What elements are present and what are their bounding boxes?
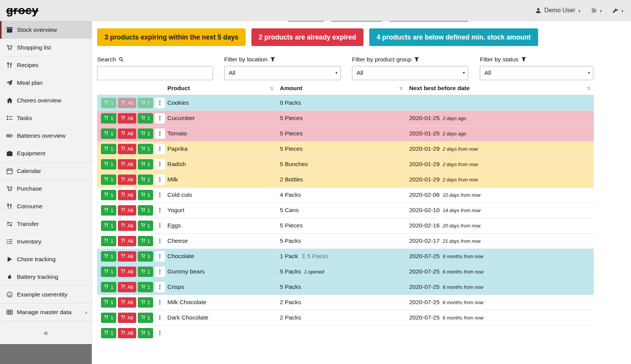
add-to-shopping-list-button[interactable]: 1	[138, 221, 153, 231]
sidebar-collapse-button[interactable]: «	[0, 321, 92, 344]
consume-all-button[interactable]: All	[118, 313, 136, 323]
row-menu-button[interactable]: ⋮	[155, 328, 165, 338]
row-menu-button[interactable]: ⋮	[155, 267, 165, 277]
sidebar-item-example-userentity[interactable]: Example userentity	[0, 286, 92, 303]
consume-all-button[interactable]: All	[118, 113, 136, 124]
consume-all-button[interactable]: All	[118, 251, 136, 262]
add-to-shopping-list-button[interactable]: 1	[138, 98, 153, 108]
sort-icon[interactable]: ⇅	[270, 86, 274, 91]
sidebar-item-chores-overview[interactable]: Chores overview	[0, 92, 92, 109]
consume-one-button[interactable]: 1	[101, 267, 116, 277]
banner-danger[interactable]: 2 products are already expired	[251, 28, 363, 46]
sidebar-item-transfer[interactable]: Transfer	[0, 215, 92, 233]
row-menu-button[interactable]: ⋮	[155, 282, 165, 292]
row-menu-button[interactable]: ⋮	[155, 175, 165, 185]
row-menu-button[interactable]: ⋮	[155, 190, 165, 200]
sidebar-item-consume[interactable]: Consume	[0, 198, 92, 215]
sidebar-item-calendar[interactable]: Calendar	[0, 162, 92, 180]
consume-one-button[interactable]: 1	[101, 297, 116, 308]
consume-one-button[interactable]: 1	[101, 144, 116, 154]
row-menu-button[interactable]: ⋮	[155, 144, 165, 154]
consume-one-button[interactable]: 1	[101, 328, 116, 338]
consume-all-button[interactable]: All	[118, 328, 136, 338]
add-to-shopping-list-button[interactable]: 1	[138, 113, 153, 124]
consume-one-button[interactable]: 1	[101, 159, 116, 170]
consume-one-button[interactable]: 1	[101, 128, 116, 139]
row-menu-button[interactable]: ⋮	[155, 221, 165, 231]
consume-all-button[interactable]: All	[118, 175, 136, 185]
consume-one-button[interactable]: 1	[101, 98, 116, 108]
user-menu[interactable]: Demo User ›	[535, 7, 580, 14]
consume-one-button[interactable]: 1	[101, 113, 116, 124]
add-to-shopping-list-button[interactable]: 1	[138, 205, 153, 216]
consume-all-button[interactable]: All	[118, 144, 136, 154]
consume-all-button[interactable]: All	[118, 221, 136, 231]
add-to-shopping-list-button[interactable]: 1	[138, 190, 153, 200]
consume-one-button[interactable]: 1	[101, 205, 116, 216]
consume-all-button[interactable]: All	[118, 128, 136, 139]
banner-info[interactable]: 4 products are below defined min. stock …	[369, 28, 538, 46]
sidebar-item-batteries-overview[interactable]: Batteries overview	[0, 127, 92, 145]
sort-icon[interactable]: ⇅	[587, 86, 591, 91]
sort-icon[interactable]: ⇅	[399, 86, 403, 91]
row-menu-button[interactable]: ⋮	[155, 113, 165, 124]
add-to-shopping-list-button[interactable]: 1	[138, 144, 153, 154]
admin-menu[interactable]: ›	[613, 7, 623, 14]
button-label: 1	[147, 161, 150, 167]
consume-one-button[interactable]: 1	[101, 282, 116, 292]
consume-all-button[interactable]: All	[118, 282, 136, 292]
column-amount[interactable]: Amount⇅	[277, 83, 406, 95]
add-to-shopping-list-button[interactable]: 1	[138, 175, 153, 185]
sidebar-item-shopping-list[interactable]: Shopping list	[0, 39, 92, 56]
column-product[interactable]: Product⇅	[164, 83, 277, 95]
add-to-shopping-list-button[interactable]: 1	[138, 236, 153, 246]
consume-all-button[interactable]: All	[118, 236, 136, 246]
row-menu-button[interactable]: ⋮	[155, 159, 165, 170]
product-group-select[interactable]: All ▼	[352, 66, 468, 80]
sidebar-item-battery-tracking[interactable]: Battery tracking	[0, 268, 92, 286]
row-menu-button[interactable]: ⋮	[155, 313, 165, 323]
sidebar-item-tasks[interactable]: Tasks	[0, 109, 92, 127]
add-to-shopping-list-button[interactable]: 1	[138, 267, 153, 277]
sidebar-item-manage-master-data[interactable]: Manage master data›	[0, 303, 92, 321]
consume-all-button[interactable]: All	[118, 297, 136, 308]
sidebar-item-inventory[interactable]: Inventory	[0, 233, 92, 250]
consume-all-button[interactable]: All	[118, 205, 136, 216]
sidebar-item-chore-tracking[interactable]: Chore tracking	[0, 250, 92, 268]
banner-warning[interactable]: 3 products expiring within the next 5 da…	[97, 28, 246, 46]
row-menu-button[interactable]: ⋮	[155, 297, 165, 308]
settings-menu[interactable]: ›	[591, 7, 602, 14]
consume-all-button[interactable]: All	[118, 190, 136, 200]
consume-one-button[interactable]: 1	[101, 236, 116, 246]
consume-one-button[interactable]: 1	[101, 221, 116, 231]
consume-one-button[interactable]: 1	[101, 175, 116, 185]
consume-one-button[interactable]: 1	[101, 251, 116, 262]
add-to-shopping-list-button[interactable]: 1	[138, 251, 153, 262]
consume-all-button[interactable]: All	[118, 159, 136, 170]
consume-all-button[interactable]: All	[118, 98, 136, 108]
add-to-shopping-list-button[interactable]: 1	[138, 328, 153, 338]
status-select[interactable]: All ▼	[480, 66, 593, 80]
add-to-shopping-list-button[interactable]: 1	[138, 128, 153, 139]
sidebar-item-purchase[interactable]: Purchase	[0, 180, 92, 198]
column-next-best-before-date[interactable]: Next best before date⇅	[406, 83, 594, 95]
consume-all-button[interactable]: All	[118, 267, 136, 277]
add-to-shopping-list-button[interactable]: 1	[138, 282, 153, 292]
add-to-shopping-list-button[interactable]: 1	[138, 313, 153, 323]
search-input[interactable]	[97, 66, 213, 80]
consume-one-button[interactable]: 1	[101, 190, 116, 200]
add-to-shopping-list-button[interactable]: 1	[138, 159, 153, 170]
row-menu-button[interactable]: ⋮	[155, 98, 165, 108]
add-to-shopping-list-button[interactable]: 1	[138, 297, 153, 308]
sidebar-item-recipes[interactable]: Recipes	[0, 56, 92, 74]
sidebar-item-meal-plan[interactable]: Meal plan	[0, 74, 92, 92]
row-menu-button[interactable]: ⋮	[155, 128, 165, 139]
row-menu-button[interactable]: ⋮	[155, 205, 165, 216]
grocy-logo[interactable]: grocy	[6, 4, 38, 17]
sidebar-item-equipment[interactable]: Equipment	[0, 145, 92, 162]
sidebar-item-stock-overview[interactable]: Stock overview	[0, 21, 92, 39]
row-menu-button[interactable]: ⋮	[155, 251, 165, 262]
location-select[interactable]: All ▼	[224, 66, 341, 80]
consume-one-button[interactable]: 1	[101, 313, 116, 323]
row-menu-button[interactable]: ⋮	[155, 236, 165, 246]
